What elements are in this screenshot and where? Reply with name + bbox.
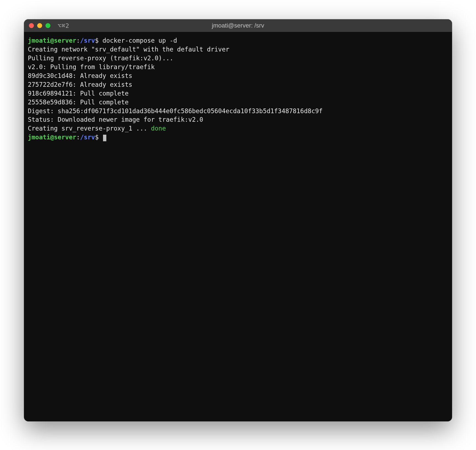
command-1: docker-compose up -d xyxy=(102,37,177,44)
output-line: 918c69894121: Pull complete xyxy=(28,90,129,97)
tab-indicator: ⌥⌘2 xyxy=(58,22,69,29)
creating-prefix: Creating srv_reverse-proxy_1 ... xyxy=(28,125,151,132)
prompt-symbol: $ xyxy=(95,134,99,141)
maximize-icon[interactable] xyxy=(45,23,50,28)
creating-line: Creating srv_reverse-proxy_1 ... done xyxy=(28,125,166,132)
traffic-lights xyxy=(29,23,50,28)
prompt-path: /srv xyxy=(80,37,95,44)
output-line: Status: Downloaded newer image for traef… xyxy=(28,116,203,123)
window-title: jmoati@server: /srv xyxy=(24,22,452,29)
output-line: Digest: sha256:df0671f3cd101dad36b444e0f… xyxy=(28,107,323,115)
minimize-icon[interactable] xyxy=(37,23,42,28)
output-line: 89d9c30c1d48: Already exists xyxy=(28,72,132,79)
prompt-line-1: jmoati@server:/srv$ docker-compose up -d xyxy=(28,37,177,44)
prompt-path: /srv xyxy=(80,134,95,141)
terminal-window: ⌥⌘2 jmoati@server: /srv jmoati@server:/s… xyxy=(24,19,452,421)
prompt-sep: : xyxy=(76,37,80,44)
terminal-body[interactable]: jmoati@server:/srv$ docker-compose up -d… xyxy=(24,32,452,421)
output-line: 275722d2e7f6: Already exists xyxy=(28,81,132,88)
output-line: 25558e59d836: Pull complete xyxy=(28,99,129,106)
cursor-icon xyxy=(103,135,106,141)
creating-status: done xyxy=(151,125,166,132)
close-icon[interactable] xyxy=(29,23,34,28)
prompt-sep: : xyxy=(76,134,80,141)
output-line: Pulling reverse-proxy (traefik:v2.0)... xyxy=(28,55,173,62)
prompt-symbol: $ xyxy=(95,37,99,44)
prompt-user-host: jmoati@server xyxy=(28,134,76,141)
prompt-line-2: jmoati@server:/srv$ xyxy=(28,134,106,141)
prompt-user-host: jmoati@server xyxy=(28,37,76,44)
output-line: Creating network "srv_default" with the … xyxy=(28,46,229,53)
titlebar: ⌥⌘2 jmoati@server: /srv xyxy=(24,19,452,32)
output-line: v2.0: Pulling from library/traefik xyxy=(28,63,155,71)
